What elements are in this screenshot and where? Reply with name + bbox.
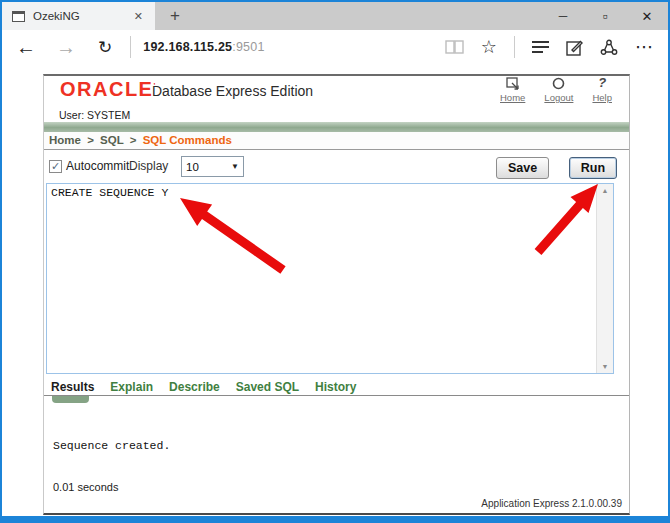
window-controls: ─ ▫ ✕ xyxy=(542,2,668,30)
address-bar: ← → ↻ 192.168.115.25:9501 ☆ ⋯ xyxy=(2,30,668,64)
hub-icon[interactable] xyxy=(532,41,549,53)
oracle-logo-text: ORACLE xyxy=(60,78,153,100)
logout-icon xyxy=(552,75,565,90)
forward-icon[interactable]: → xyxy=(56,37,76,57)
tab-results[interactable]: Results xyxy=(51,380,94,394)
tabs-divider xyxy=(44,395,629,396)
new-tab-button[interactable]: + xyxy=(155,2,195,30)
help-icon: ? xyxy=(598,75,606,90)
nav-home[interactable]: Home xyxy=(500,75,525,103)
page-icon xyxy=(12,11,25,22)
more-icon[interactable]: ⋯ xyxy=(635,36,654,58)
breadcrumb-home[interactable]: Home xyxy=(49,134,81,146)
product-title: Database Express Edition xyxy=(152,83,313,99)
tab-close-icon[interactable]: ✕ xyxy=(130,8,147,25)
breadcrumb-current: SQL Commands xyxy=(143,134,232,146)
reading-view-icon[interactable] xyxy=(445,40,464,54)
nav-logout[interactable]: Logout xyxy=(544,75,573,103)
save-button[interactable]: Save xyxy=(496,157,549,179)
breadcrumb-sql[interactable]: SQL xyxy=(100,134,123,146)
autocommit-checkbox[interactable]: ✓ xyxy=(49,160,62,173)
autocommit-label: Autocommit xyxy=(66,159,129,173)
apex-version: Application Express 2.1.0.00.39 xyxy=(44,498,622,509)
display-label: Display xyxy=(129,159,168,173)
favorites-star-icon[interactable]: ☆ xyxy=(481,36,497,58)
url-field[interactable]: 192.168.115.25:9501 xyxy=(143,40,264,54)
tab-strip: OzekiNG ✕ + ─ ▫ ✕ xyxy=(2,2,668,30)
header-nav: Home Logout ? Help xyxy=(500,75,612,103)
tab-describe[interactable]: Describe xyxy=(169,380,220,394)
breadcrumb-separator: > xyxy=(127,134,140,146)
close-button[interactable]: ✕ xyxy=(626,2,668,30)
scroll-down-icon[interactable]: ▼ xyxy=(597,363,613,370)
oracle-logo: ORACLE' xyxy=(60,78,157,101)
divider xyxy=(514,36,515,58)
breadcrumb-separator: > xyxy=(84,134,97,146)
refresh-icon[interactable]: ↻ xyxy=(98,39,112,56)
web-note-icon[interactable] xyxy=(566,39,583,56)
user-label: User: SYSTEM xyxy=(59,109,130,121)
browser-window: OzekiNG ✕ + ─ ▫ ✕ ← → ↻ 192.168.115.25:9… xyxy=(0,0,670,523)
active-tab-indicator xyxy=(52,396,89,403)
divider xyxy=(130,36,131,58)
sql-editor-box: CREATE SEQUENCE Y ▲ ▼ xyxy=(46,183,614,374)
checkmark-icon: ✓ xyxy=(51,161,60,172)
browser-actions: ☆ ⋯ xyxy=(445,36,668,58)
tab-history[interactable]: History xyxy=(315,380,356,394)
minimize-button[interactable]: ─ xyxy=(542,2,584,30)
share-icon[interactable] xyxy=(600,39,618,56)
nav-help[interactable]: ? Help xyxy=(592,75,612,103)
browser-tab[interactable]: OzekiNG ✕ xyxy=(2,2,155,30)
scroll-up-icon[interactable]: ▲ xyxy=(597,187,613,194)
back-icon[interactable]: ← xyxy=(16,37,36,57)
nav-home-label: Home xyxy=(500,92,525,103)
result-message: Sequence created. xyxy=(53,439,170,452)
sql-editor[interactable]: CREATE SEQUENCE Y xyxy=(47,184,595,373)
url-port: :9501 xyxy=(232,40,264,54)
nav-help-label: Help xyxy=(592,92,612,103)
run-button[interactable]: Run xyxy=(569,157,617,179)
window-bottom-border xyxy=(2,516,668,521)
tab-explain[interactable]: Explain xyxy=(110,380,153,394)
maximize-button[interactable]: ▫ xyxy=(584,2,626,30)
editor-scrollbar[interactable]: ▲ ▼ xyxy=(596,184,613,373)
elapsed-time: 0.01 seconds xyxy=(53,481,118,493)
tab-saved-sql[interactable]: Saved SQL xyxy=(236,380,299,394)
chevron-down-icon: ▼ xyxy=(231,162,239,171)
home-icon xyxy=(506,75,520,90)
url-host: 192.168.115.25 xyxy=(143,40,232,54)
nav-logout-label: Logout xyxy=(544,92,573,103)
header-green-strip xyxy=(44,122,629,132)
result-tabs: Results Explain Describe Saved SQL Histo… xyxy=(51,380,356,394)
display-rows-value: 10 xyxy=(186,161,199,173)
breadcrumb: Home > SQL > SQL Commands xyxy=(44,132,629,150)
display-rows-select[interactable]: 10 ▼ xyxy=(181,156,244,177)
tab-title: OzekiNG xyxy=(33,10,130,22)
